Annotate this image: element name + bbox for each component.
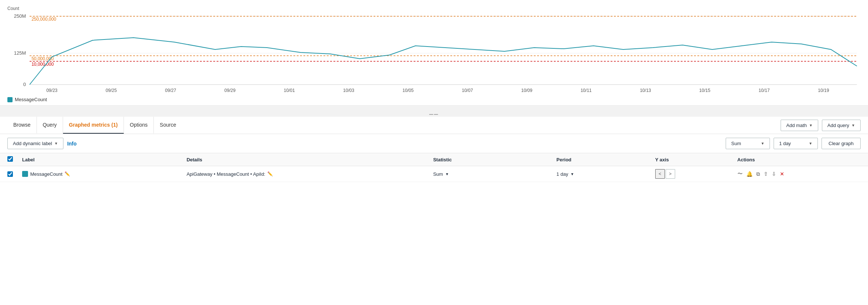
tab-options[interactable]: Options <box>124 117 154 134</box>
statistic-value: Sum <box>731 141 741 146</box>
add-query-chevron-icon: ▼ <box>851 123 855 127</box>
add-dynamic-label-button[interactable]: Add dynamic label ▼ <box>7 138 63 149</box>
tab-query[interactable]: Query <box>37 117 63 134</box>
period-value: 1 day <box>779 141 791 146</box>
statistic-chevron-icon: ▼ <box>761 141 764 145</box>
row-label-col: MessageCount ✏️ <box>22 171 187 177</box>
header-label-col: Label <box>22 157 187 162</box>
row-statistic-col: Sum ▼ <box>433 171 556 177</box>
header-actions-col: Actions <box>737 157 861 162</box>
period-row-chevron-icon[interactable]: ▼ <box>570 172 574 176</box>
svg-text:10/05: 10/05 <box>402 88 413 93</box>
period-select[interactable]: 1 day ▼ <box>774 138 818 149</box>
action-delete-icon[interactable]: ✕ <box>780 171 784 177</box>
svg-text:10/19: 10/19 <box>818 88 829 93</box>
period-chevron-icon: ▼ <box>809 141 812 145</box>
row-statistic-text: Sum <box>433 171 443 177</box>
add-query-label: Add query <box>827 123 849 128</box>
action-copy-icon[interactable]: ⧉ <box>756 171 760 177</box>
legend-label: MessageCount <box>15 97 47 102</box>
toolbar-row: Add dynamic label ▼ Info Sum ▼ 1 day ▼ C… <box>0 134 868 153</box>
header-details-col: Details <box>187 157 433 162</box>
row-checkbox[interactable] <box>7 171 13 177</box>
chart-legend: MessageCount <box>7 97 861 102</box>
svg-text:09/23: 09/23 <box>46 88 58 93</box>
svg-text:250,000,000: 250,000,000 <box>31 17 56 22</box>
svg-text:10/07: 10/07 <box>462 88 473 93</box>
header-statistic-col: Statistic <box>433 157 556 162</box>
statistic-select[interactable]: Sum ▼ <box>726 138 770 149</box>
resize-icon: ⎯⎯ <box>429 108 439 114</box>
add-math-button[interactable]: Add math ▼ <box>781 120 818 131</box>
row-label-text: MessageCount <box>30 171 62 177</box>
svg-text:10/01: 10/01 <box>284 88 295 93</box>
tab-source[interactable]: Source <box>154 117 182 134</box>
chart-area: Count 250M 125M 0 250,000,000 50,000,000… <box>0 0 868 106</box>
add-query-button[interactable]: Add query ▼ <box>822 120 861 131</box>
svg-text:10,000,000: 10,000,000 <box>31 62 54 67</box>
row-actions-col: 〜 🔔 ⧉ ⇧ ⇩ ✕ <box>737 171 861 177</box>
svg-text:10/03: 10/03 <box>343 88 354 93</box>
action-up-icon[interactable]: ⇧ <box>764 171 768 177</box>
svg-text:10/11: 10/11 <box>580 88 591 93</box>
table-row: MessageCount ✏️ ApiGateway • MessageCoun… <box>0 166 868 182</box>
yaxis-right-button[interactable]: > <box>666 169 675 179</box>
row-check-col <box>7 171 22 177</box>
header-yaxis-col: Y axis <box>655 157 737 162</box>
row-period-col: 1 day ▼ <box>556 171 655 177</box>
add-math-chevron-icon: ▼ <box>809 123 813 127</box>
y-axis-label: Count <box>7 6 861 11</box>
label-edit-icon[interactable]: ✏️ <box>65 171 70 177</box>
tabs-bar: Browse Query Graphed metrics (1) Options… <box>0 117 868 134</box>
row-color-square <box>22 171 28 177</box>
details-edit-icon[interactable]: ✏️ <box>267 171 273 177</box>
row-period-text: 1 day <box>556 171 568 177</box>
svg-text:0: 0 <box>23 82 26 87</box>
svg-text:09/25: 09/25 <box>106 88 117 93</box>
yaxis-left-button[interactable]: < <box>655 169 665 179</box>
add-dynamic-chevron-icon: ▼ <box>54 141 58 145</box>
action-graph-icon[interactable]: 〜 <box>737 171 743 177</box>
header-period-col: Period <box>556 157 655 162</box>
toolbar-left: Add dynamic label ▼ Info <box>7 138 721 149</box>
svg-text:10/09: 10/09 <box>521 88 532 93</box>
svg-text:10/15: 10/15 <box>699 88 710 93</box>
table-header-row: Label Details Statistic Period Y axis Ac… <box>0 153 868 166</box>
svg-text:10/13: 10/13 <box>640 88 651 93</box>
add-dynamic-label-text: Add dynamic label <box>13 141 52 146</box>
tabs-left: Browse Query Graphed metrics (1) Options… <box>7 117 781 134</box>
tab-graphed-metrics[interactable]: Graphed metrics (1) <box>63 117 124 134</box>
header-check-col <box>7 156 22 163</box>
toolbar-right: Sum ▼ 1 day ▼ Clear graph <box>726 138 861 149</box>
info-link[interactable]: Info <box>67 141 77 147</box>
statistic-row-chevron-icon[interactable]: ▼ <box>445 172 449 176</box>
chart-svg: 250M 125M 0 250,000,000 50,000,000 10,00… <box>7 13 861 94</box>
action-down-icon[interactable]: ⇩ <box>772 171 776 177</box>
row-yaxis-col: < > <box>655 169 737 179</box>
chart-container: 250M 125M 0 250,000,000 50,000,000 10,00… <box>7 13 861 94</box>
divider-handle[interactable]: ⎯⎯ <box>0 106 868 117</box>
svg-text:125M: 125M <box>14 50 26 56</box>
svg-text:09/29: 09/29 <box>225 88 236 93</box>
row-details-col: ApiGateway • MessageCount • ApiId: ✏️ <box>187 171 433 177</box>
svg-text:250M: 250M <box>14 13 26 19</box>
legend-dot <box>7 97 13 102</box>
svg-text:09/27: 09/27 <box>165 88 176 93</box>
clear-graph-button[interactable]: Clear graph <box>822 138 861 149</box>
add-math-label: Add math <box>786 123 807 128</box>
tabs-right: Add math ▼ Add query ▼ <box>781 120 861 131</box>
header-checkbox[interactable] <box>7 156 13 162</box>
action-alert-icon[interactable]: 🔔 <box>746 171 753 177</box>
svg-text:10/17: 10/17 <box>758 88 770 93</box>
row-details-text: ApiGateway • MessageCount • ApiId: <box>187 171 265 177</box>
tab-browse[interactable]: Browse <box>7 117 37 134</box>
